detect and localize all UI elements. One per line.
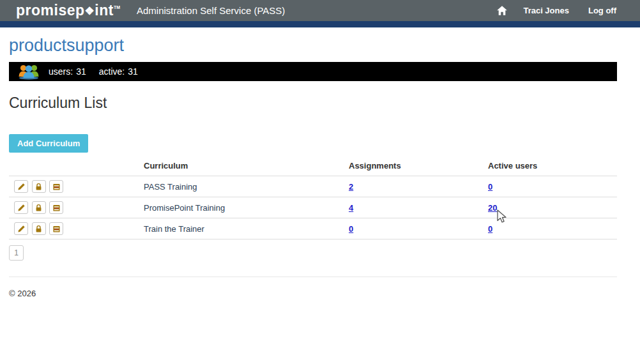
lock-icon-button[interactable] <box>32 201 46 214</box>
active-count-stat: active: 31 <box>99 66 138 77</box>
assignments-count-link[interactable]: 0 <box>349 224 353 234</box>
copyright-text: © 2026 <box>9 289 617 298</box>
active-users-column-header: Active users <box>488 156 617 176</box>
home-icon[interactable] <box>496 5 508 16</box>
page-1-button[interactable]: 1 <box>9 245 24 261</box>
curriculum-name: PromisePoint Training <box>144 203 225 213</box>
edit-icon-button[interactable] <box>14 201 28 214</box>
curriculum-name: PASS Training <box>144 182 197 192</box>
active-users-count-link[interactable]: 0 <box>488 224 492 234</box>
active-users-count-link[interactable]: 20 <box>488 203 497 213</box>
log-off-link[interactable]: Log off <box>588 6 616 15</box>
users-group-icon <box>17 63 40 80</box>
table-header-row: Curriculum Assignments Active users <box>9 156 617 176</box>
curriculum-table: Curriculum Assignments Active users PASS… <box>9 156 617 239</box>
table-row: PromisePoint Training 4 20 <box>9 197 617 218</box>
edit-icon-button[interactable] <box>14 222 28 235</box>
users-count-stat: users: 31 <box>49 66 86 77</box>
table-row: Train the Trainer 0 0 <box>9 218 617 239</box>
calendar-icon-button[interactable] <box>49 201 63 214</box>
assignments-count-link[interactable]: 4 <box>349 203 353 213</box>
user-stats-bar: users: 31 active: 31 <box>9 62 617 81</box>
active-value: 31 <box>128 66 138 77</box>
footer-divider <box>9 277 617 277</box>
curriculum-column-header: Curriculum <box>144 156 349 176</box>
accent-stripe <box>0 21 640 27</box>
assignments-count-link[interactable]: 2 <box>349 182 353 192</box>
app-title: Administration Self Service (PASS) <box>137 5 285 16</box>
users-label: users: <box>49 66 73 77</box>
section-heading: Curriculum List <box>9 95 617 112</box>
logo-diamond-icon: ❖ <box>85 5 95 17</box>
pagination: 1 <box>9 245 617 261</box>
top-header-bar: promisep❖intTM Administration Self Servi… <box>0 0 640 21</box>
calendar-icon-button[interactable] <box>49 180 63 193</box>
assignments-column-header: Assignments <box>349 156 488 176</box>
edit-icon-button[interactable] <box>14 180 28 193</box>
active-label: active: <box>99 66 125 77</box>
promisepoint-logo: promisep❖intTM <box>16 3 120 18</box>
curriculum-name: Train the Trainer <box>144 224 204 234</box>
actions-column-header <box>9 156 144 176</box>
lock-icon-button[interactable] <box>32 180 46 193</box>
users-value: 31 <box>76 66 86 77</box>
active-users-count-link[interactable]: 0 <box>488 182 492 192</box>
header-actions: Traci Jones Log off <box>496 5 616 16</box>
current-user-link[interactable]: Traci Jones <box>523 6 569 15</box>
table-row: PASS Training 2 0 <box>9 176 617 197</box>
mouse-cursor <box>497 209 508 226</box>
lock-icon-button[interactable] <box>32 222 46 235</box>
logo-trademark: TM <box>114 5 120 10</box>
main-content: productsupport users: 31 active: 31 Curr… <box>9 36 617 298</box>
add-curriculum-button[interactable]: Add Curriculum <box>9 134 88 153</box>
calendar-icon-button[interactable] <box>49 222 63 235</box>
page-title: productsupport <box>9 36 617 56</box>
